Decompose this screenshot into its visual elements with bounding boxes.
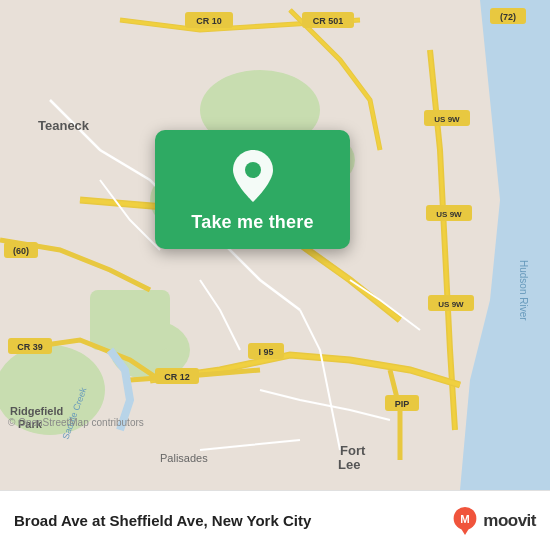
svg-text:(72): (72) <box>500 12 516 22</box>
bottom-bar: Broad Ave at Sheffield Ave, New York Cit… <box>0 490 550 550</box>
location-pin-icon <box>227 150 279 202</box>
moovit-text: moovit <box>483 511 536 531</box>
take-me-there-card[interactable]: Take me there <box>155 130 350 249</box>
moovit-bus-icon: M <box>451 507 479 535</box>
svg-text:Lee: Lee <box>338 457 360 472</box>
svg-point-40 <box>245 162 261 178</box>
svg-text:M: M <box>461 512 470 524</box>
svg-text:Teaneck: Teaneck <box>38 118 90 133</box>
svg-text:(60): (60) <box>13 246 29 256</box>
svg-text:PIP: PIP <box>395 399 410 409</box>
svg-text:CR 12: CR 12 <box>164 372 190 382</box>
map-container: CR 10 CR 501 (72) NJ 4 (60) US 9W US 9W … <box>0 0 550 490</box>
location-info: Broad Ave at Sheffield Ave, New York Cit… <box>14 512 311 529</box>
svg-text:CR 39: CR 39 <box>17 342 43 352</box>
svg-text:CR 501: CR 501 <box>313 16 344 26</box>
svg-marker-43 <box>461 528 470 535</box>
svg-text:I 95: I 95 <box>258 347 273 357</box>
svg-text:Hudson River: Hudson River <box>518 260 529 321</box>
svg-text:US 9W: US 9W <box>438 300 464 309</box>
svg-text:US 9W: US 9W <box>436 210 462 219</box>
svg-rect-6 <box>90 290 170 350</box>
moovit-logo: M moovit <box>451 507 536 535</box>
svg-text:Ridgefield: Ridgefield <box>10 405 63 417</box>
svg-text:Palisades: Palisades <box>160 452 208 464</box>
take-me-there-label: Take me there <box>191 212 313 233</box>
svg-text:US 9W: US 9W <box>434 115 460 124</box>
location-name: Broad Ave at Sheffield Ave, New York Cit… <box>14 512 311 529</box>
map-attribution: © OpenStreetMap contributors <box>8 417 144 428</box>
svg-text:CR 10: CR 10 <box>196 16 222 26</box>
svg-text:Fort: Fort <box>340 443 366 458</box>
